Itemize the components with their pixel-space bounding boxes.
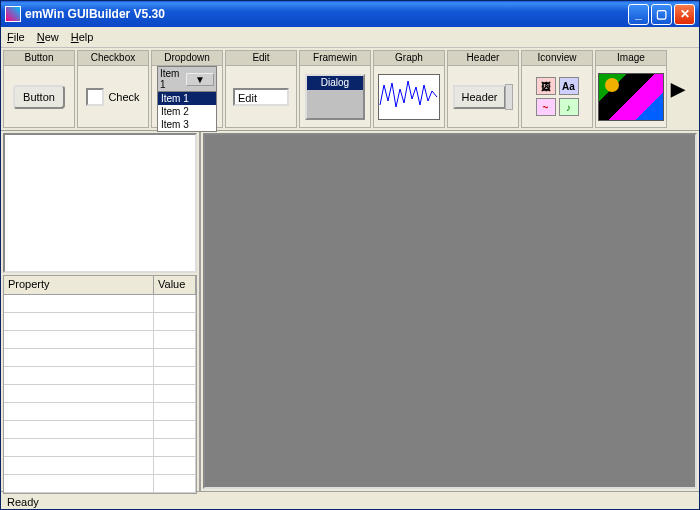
table-row[interactable] <box>4 367 196 385</box>
sample-iconview: 🖼 Aa ~ ♪ <box>536 77 579 116</box>
dropdown-opt2: Item 2 <box>158 105 216 118</box>
palette-header[interactable]: Header Header <box>447 50 519 128</box>
window-title: emWin GUIBuilder V5.30 <box>25 7 628 21</box>
sample-graph-icon <box>378 74 440 120</box>
header-cell: Header <box>453 85 505 109</box>
palette-graph-title: Graph <box>374 51 444 66</box>
sample-button: Button <box>13 85 65 109</box>
palette-dropdown[interactable]: Dropdown Item 1▼ Item 1 Item 2 Item 3 <box>151 50 223 128</box>
palette-checkbox[interactable]: Checkbox Check <box>77 50 149 128</box>
menu-new[interactable]: New <box>37 31 59 43</box>
left-panel: Property Value <box>1 131 201 491</box>
table-row[interactable] <box>4 331 196 349</box>
palette-button[interactable]: Button Button <box>3 50 75 128</box>
framewin-caption: Dialog <box>307 76 363 90</box>
workspace: Property Value <box>1 131 699 491</box>
dropdown-opt1: Item 1 <box>158 92 216 105</box>
menu-file[interactable]: File <box>7 31 25 43</box>
value-col-header[interactable]: Value <box>154 276 196 294</box>
property-grid[interactable]: Property Value <box>3 275 197 494</box>
table-row[interactable] <box>4 385 196 403</box>
palette-edit-title: Edit <box>226 51 296 66</box>
palette-framewin-title: Framewin <box>300 51 370 66</box>
property-grid-header: Property Value <box>4 276 196 295</box>
property-rows <box>4 295 196 493</box>
status-text: Ready <box>7 496 39 508</box>
design-canvas[interactable] <box>203 133 697 489</box>
chevron-down-icon: ▼ <box>186 73 214 86</box>
dropdown-selected: Item 1 <box>160 68 186 90</box>
palette-framewin[interactable]: Framewin Dialog <box>299 50 371 128</box>
iconview-tile-3: ~ <box>536 98 556 116</box>
sample-dropdown: Item 1▼ Item 1 Item 2 Item 3 <box>157 66 217 132</box>
table-row[interactable] <box>4 457 196 475</box>
sample-edit: Edit <box>233 88 289 106</box>
window-buttons: _ ▢ ✕ <box>628 4 699 25</box>
palette-checkbox-title: Checkbox <box>78 51 148 66</box>
sample-checkbox: Check <box>86 88 139 106</box>
widget-tree-panel[interactable] <box>3 133 197 273</box>
close-button[interactable]: ✕ <box>674 4 695 25</box>
iconview-tile-1: 🖼 <box>536 77 556 95</box>
table-row[interactable] <box>4 403 196 421</box>
titlebar: emWin GUIBuilder V5.30 _ ▢ ✕ <box>1 1 699 27</box>
checkbox-box-icon <box>86 88 104 106</box>
iconview-tile-2: Aa <box>559 77 579 95</box>
table-row[interactable] <box>4 313 196 331</box>
header-split-icon <box>505 84 513 110</box>
table-row[interactable] <box>4 349 196 367</box>
palette-header-title: Header <box>448 51 518 66</box>
sample-framewin: Dialog <box>305 74 365 120</box>
app-icon <box>5 6 21 22</box>
iconview-tile-4: ♪ <box>559 98 579 116</box>
palette-edit[interactable]: Edit Edit <box>225 50 297 128</box>
table-row[interactable] <box>4 421 196 439</box>
minimize-button[interactable]: _ <box>628 4 649 25</box>
sample-image-icon <box>598 73 664 121</box>
palette-iconview-title: Iconview <box>522 51 592 66</box>
table-row[interactable] <box>4 295 196 313</box>
menubar: File New Help <box>1 27 699 48</box>
table-row[interactable] <box>4 475 196 493</box>
palette-image[interactable]: Image <box>595 50 667 128</box>
table-row[interactable] <box>4 439 196 457</box>
property-col-header[interactable]: Property <box>4 276 154 294</box>
dropdown-opt3: Item 3 <box>158 118 216 131</box>
palette-dropdown-title: Dropdown <box>152 51 222 66</box>
widget-palette: Button Button Checkbox Check Dropdown It… <box>1 48 699 131</box>
checkbox-label: Check <box>108 91 139 103</box>
maximize-button[interactable]: ▢ <box>651 4 672 25</box>
palette-scroll-right[interactable]: ▶ <box>669 50 687 128</box>
palette-button-title: Button <box>4 51 74 66</box>
sample-header: Header <box>453 84 512 110</box>
palette-iconview[interactable]: Iconview 🖼 Aa ~ ♪ <box>521 50 593 128</box>
menu-help[interactable]: Help <box>71 31 94 43</box>
palette-image-title: Image <box>596 51 666 66</box>
palette-graph[interactable]: Graph <box>373 50 445 128</box>
